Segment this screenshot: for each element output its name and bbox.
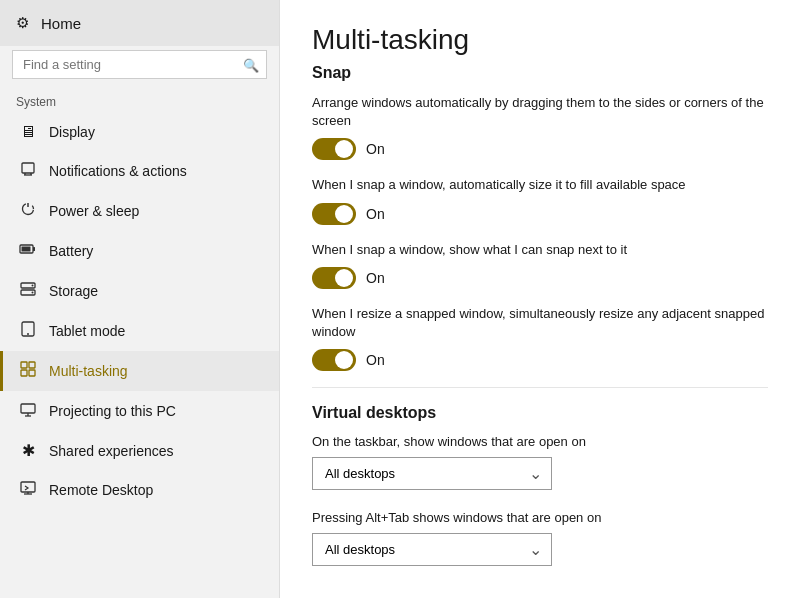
multitasking-icon: [19, 361, 37, 381]
svg-rect-8: [22, 247, 31, 252]
shared-icon: ✱: [19, 441, 37, 460]
snap-setting-3: When I snap a window, show what I can sn…: [312, 241, 768, 289]
svg-point-14: [27, 333, 29, 335]
sidebar-item-projecting[interactable]: Projecting to this PC: [0, 391, 279, 431]
notifications-icon: [19, 161, 37, 181]
sidebar-section-label: System: [0, 89, 279, 113]
snap-setting-2: When I snap a window, automatically size…: [312, 176, 768, 224]
snap-toggle-row-3: On: [312, 267, 768, 289]
taskbar-dropdown[interactable]: All desktops Only the desktop I'm using: [312, 457, 552, 490]
sidebar-item-shared[interactable]: ✱ Shared experiences: [0, 431, 279, 470]
tablet-icon: [19, 321, 37, 341]
sidebar-item-notifications[interactable]: Notifications & actions: [0, 151, 279, 191]
display-icon: 🖥: [19, 123, 37, 141]
taskbar-dropdown-row: On the taskbar, show windows that are op…: [312, 434, 768, 490]
svg-rect-17: [21, 370, 27, 376]
virtual-desktops-section: Virtual desktops On the taskbar, show wi…: [312, 404, 768, 566]
svg-rect-16: [29, 362, 35, 368]
sidebar-item-label: Tablet mode: [49, 323, 125, 339]
virtual-desktops-title: Virtual desktops: [312, 404, 768, 422]
snap-setting-4: When I resize a snapped window, simultan…: [312, 305, 768, 371]
alttab-dropdown-label: Pressing Alt+Tab shows windows that are …: [312, 510, 768, 525]
alttab-dropdown[interactable]: All desktops Only the desktop I'm using: [312, 533, 552, 566]
snap-desc-1: Arrange windows automatically by draggin…: [312, 94, 768, 130]
svg-rect-15: [21, 362, 27, 368]
snap-desc-4: When I resize a snapped window, simultan…: [312, 305, 768, 341]
snap-desc-2: When I snap a window, automatically size…: [312, 176, 768, 194]
projecting-icon: [19, 401, 37, 421]
taskbar-dropdown-label: On the taskbar, show windows that are op…: [312, 434, 768, 449]
sidebar-item-label: Notifications & actions: [49, 163, 187, 179]
alttab-dropdown-row: Pressing Alt+Tab shows windows that are …: [312, 510, 768, 566]
power-icon: [19, 201, 37, 221]
sidebar-item-battery[interactable]: Battery: [0, 231, 279, 271]
main-content: Multi-tasking Snap Arrange windows autom…: [280, 0, 800, 598]
snap-setting-1: Arrange windows automatically by draggin…: [312, 94, 768, 160]
snap-toggle-label-3: On: [366, 270, 385, 286]
sidebar-item-label: Storage: [49, 283, 98, 299]
sidebar: ⚙ Home 🔍 System 🖥 Display Notifications …: [0, 0, 280, 598]
sidebar-item-remote[interactable]: Remote Desktop: [0, 470, 279, 510]
home-label: Home: [41, 15, 81, 32]
alttab-dropdown-wrapper: All desktops Only the desktop I'm using: [312, 533, 552, 566]
sidebar-item-multitasking[interactable]: Multi-tasking: [0, 351, 279, 391]
snap-section-title: Snap: [312, 64, 768, 82]
snap-toggle-row-2: On: [312, 203, 768, 225]
sidebar-home-button[interactable]: ⚙ Home: [0, 0, 279, 46]
home-icon: ⚙: [16, 14, 29, 32]
snap-toggle-label-4: On: [366, 352, 385, 368]
svg-rect-18: [29, 370, 35, 376]
snap-toggle-label-1: On: [366, 141, 385, 157]
snap-toggle-row-1: On: [312, 138, 768, 160]
sidebar-item-label: Multi-tasking: [49, 363, 128, 379]
svg-point-12: [32, 292, 34, 294]
sidebar-item-label: Shared experiences: [49, 443, 174, 459]
snap-toggle-3[interactable]: [312, 267, 356, 289]
snap-toggle-4[interactable]: [312, 349, 356, 371]
sidebar-item-label: Power & sleep: [49, 203, 139, 219]
sidebar-item-label: Remote Desktop: [49, 482, 153, 498]
taskbar-dropdown-wrapper: All desktops Only the desktop I'm using: [312, 457, 552, 490]
snap-toggle-2[interactable]: [312, 203, 356, 225]
sidebar-item-display[interactable]: 🖥 Display: [0, 113, 279, 151]
svg-rect-22: [21, 482, 35, 492]
page-title: Multi-tasking: [312, 24, 768, 56]
sidebar-item-power[interactable]: Power & sleep: [0, 191, 279, 231]
sidebar-item-label: Display: [49, 124, 95, 140]
snap-toggle-row-4: On: [312, 349, 768, 371]
svg-rect-0: [22, 163, 34, 173]
section-divider: [312, 387, 768, 388]
sidebar-item-label: Projecting to this PC: [49, 403, 176, 419]
sidebar-item-tablet[interactable]: Tablet mode: [0, 311, 279, 351]
snap-toggle-1[interactable]: [312, 138, 356, 160]
battery-icon: [19, 241, 37, 261]
svg-rect-7: [33, 247, 35, 251]
search-icon: 🔍: [243, 57, 259, 72]
svg-rect-19: [21, 404, 35, 413]
remote-icon: [19, 480, 37, 500]
snap-desc-3: When I snap a window, show what I can sn…: [312, 241, 768, 259]
svg-point-11: [32, 285, 34, 287]
sidebar-item-label: Battery: [49, 243, 93, 259]
storage-icon: [19, 281, 37, 301]
snap-toggle-label-2: On: [366, 206, 385, 222]
search-container: 🔍: [12, 50, 267, 79]
snap-section: Snap Arrange windows automatically by dr…: [312, 64, 768, 371]
sidebar-item-storage[interactable]: Storage: [0, 271, 279, 311]
search-input[interactable]: [12, 50, 267, 79]
